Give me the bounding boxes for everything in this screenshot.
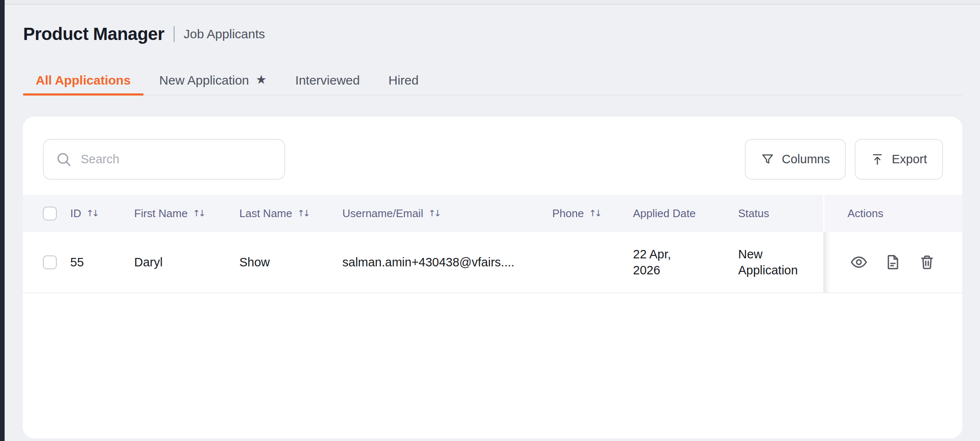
- table-header: ID ↑↓ First Name ↑↓ Last Name ↑↓ Usernam…: [23, 195, 962, 232]
- search-box[interactable]: [43, 139, 285, 180]
- left-edge-bar: [0, 0, 5, 441]
- export-button[interactable]: Export: [855, 139, 943, 180]
- sort-icon: ↑↓: [297, 208, 309, 218]
- view-button[interactable]: [850, 253, 868, 271]
- table-row: 55 Daryl Show salman.amin+430438@vfairs.…: [23, 232, 962, 293]
- column-header-applied-date: Applied Date: [633, 207, 738, 220]
- table-toolbar: Columns Export: [43, 139, 943, 180]
- cell-email: salman.amin+430438@vfairs....: [342, 255, 552, 269]
- column-header-id[interactable]: ID ↑↓: [70, 207, 134, 220]
- tab-bar: All Applications New Application ★ Inter…: [23, 67, 431, 96]
- tab-new-application[interactable]: New Application ★: [147, 67, 279, 96]
- sort-icon: ↑↓: [192, 208, 204, 218]
- columns-button[interactable]: Columns: [745, 139, 846, 180]
- column-header-status: Status: [738, 207, 823, 220]
- column-header-phone[interactable]: Phone ↑↓: [552, 207, 633, 220]
- star-icon: ★: [256, 74, 267, 86]
- tab-label: Hired: [388, 73, 418, 88]
- title-divider: [174, 26, 175, 42]
- row-select-checkbox[interactable]: [43, 255, 57, 269]
- cell-last-name: Show: [239, 255, 342, 269]
- search-input[interactable]: [81, 152, 273, 166]
- sort-icon: ↑↓: [588, 208, 600, 218]
- filter-icon: [761, 153, 774, 166]
- tab-label: New Application: [159, 73, 249, 88]
- columns-button-label: Columns: [782, 152, 830, 166]
- sort-icon: ↑↓: [85, 208, 98, 218]
- tab-hired[interactable]: Hired: [376, 67, 431, 96]
- page-header: Product Manager Job Applicants: [23, 24, 265, 44]
- tab-interviewed[interactable]: Interviewed: [283, 67, 372, 96]
- export-icon: [871, 153, 884, 166]
- sort-icon: ↑↓: [427, 208, 440, 218]
- cell-applied-date: 22 Apr, 2026: [633, 246, 690, 279]
- toolbar-buttons: Columns Export: [745, 139, 943, 180]
- tab-label: Interviewed: [295, 73, 360, 88]
- cell-id: 55: [70, 255, 134, 269]
- search-icon: [56, 151, 72, 168]
- window-top-strip: [0, 0, 980, 5]
- delete-button[interactable]: [918, 253, 936, 271]
- document-icon: [885, 254, 901, 271]
- resume-button[interactable]: [884, 253, 902, 271]
- column-header-actions: Actions: [823, 195, 962, 232]
- column-header-first-name[interactable]: First Name ↑↓: [134, 207, 239, 220]
- content-card: Columns Export ID ↑↓ First Name ↑↓ L: [23, 117, 962, 438]
- eye-icon: [850, 253, 868, 271]
- column-header-last-name[interactable]: Last Name ↑↓: [239, 207, 342, 220]
- cell-first-name: Daryl: [134, 255, 239, 269]
- page-title: Product Manager: [23, 24, 164, 44]
- tab-label: All Applications: [36, 73, 131, 88]
- tab-all-applications[interactable]: All Applications: [23, 67, 143, 96]
- cell-actions: [823, 232, 962, 292]
- export-button-label: Export: [892, 152, 927, 166]
- select-all-checkbox[interactable]: [43, 207, 57, 220]
- column-header-email[interactable]: Username/Email ↑↓: [342, 207, 552, 220]
- breadcrumb-section: Job Applicants: [184, 27, 265, 41]
- trash-icon: [919, 254, 935, 271]
- cell-status: New Application: [738, 246, 808, 279]
